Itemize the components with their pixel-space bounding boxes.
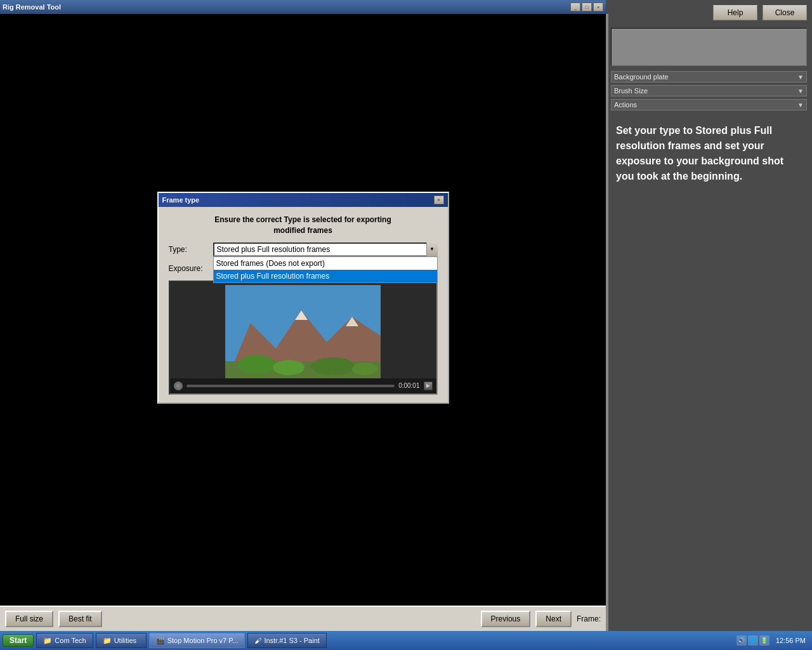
- previous-button[interactable]: Previous: [481, 611, 531, 627]
- tray-icon-3[interactable]: 🔋: [759, 635, 769, 646]
- taskbar-item-paint-label: Instr.#1 S3 - Paint: [264, 637, 319, 644]
- exposure-label: Exposure:: [169, 264, 213, 273]
- video-preview: 0:00:01 ▶: [169, 281, 438, 395]
- actions-control[interactable]: Actions ▼: [611, 99, 807, 110]
- close-panel-button[interactable]: Close: [763, 5, 807, 20]
- app-title: Rig Removal Tool: [3, 3, 61, 11]
- maximize-btn[interactable]: □: [582, 3, 592, 11]
- instruction-text: Set your type to Stored plus Full resolu…: [606, 113, 812, 631]
- dialog-title-bar: Frame type ×: [159, 193, 448, 207]
- taskbar-icon-stopmotion: 🎬: [156, 637, 165, 645]
- title-bar: Rig Removal Tool _ □ ×: [0, 0, 606, 14]
- minimize-btn[interactable]: _: [570, 3, 580, 11]
- frame-label: Frame:: [577, 614, 601, 623]
- title-controls: _ □ ×: [570, 3, 603, 11]
- right-panel: Help Close Background plate ▼ Brush Size…: [606, 0, 812, 631]
- type-option-1[interactable]: Stored frames (Does not export): [214, 257, 437, 270]
- dialog-close-icon[interactable]: ×: [434, 196, 444, 204]
- frame-type-dialog: Frame type × Ensure the correct Type is …: [157, 192, 449, 404]
- dialog-message-line1: Ensure the correct Type is selected for …: [169, 215, 438, 225]
- full-size-button[interactable]: Full size: [5, 611, 53, 627]
- right-panel-buttons: Help Close: [606, 0, 812, 25]
- svg-point-8: [352, 362, 377, 375]
- actions-arrow: ▼: [797, 102, 804, 109]
- type-label: Type:: [169, 245, 213, 254]
- svg-point-5: [238, 355, 276, 374]
- background-plate-arrow: ▼: [797, 74, 804, 81]
- taskbar-item-stopmotion[interactable]: 🎬 Stop Motion Pro v7 P...: [149, 633, 246, 648]
- svg-point-6: [273, 360, 304, 375]
- time-display: 0:00:01: [398, 382, 419, 389]
- taskbar-item-comtech[interactable]: 📁 Com Tech: [36, 633, 93, 648]
- brush-size-label: Brush Size: [614, 87, 648, 95]
- svg-point-7: [311, 357, 355, 375]
- bottom-toolbar: Full size Best fit Previous Next Frame:: [0, 606, 606, 631]
- actions-label: Actions: [614, 101, 637, 109]
- taskbar: Start 📁 Com Tech 📁 Utilities 🎬 Stop Moti…: [0, 631, 812, 650]
- taskbar-icon-utilities: 📁: [103, 637, 112, 645]
- taskbar-icon-paint: 🖌: [254, 637, 261, 644]
- dialog-message: Ensure the correct Type is selected for …: [169, 215, 438, 236]
- dialog-body: Ensure the correct Type is selected for …: [159, 207, 448, 402]
- tray-icons: 🔊 🌐 🔋: [737, 635, 769, 646]
- advance-button[interactable]: ▶: [424, 381, 433, 390]
- taskbar-item-comtech-label: Com Tech: [55, 637, 86, 644]
- brush-size-control[interactable]: Brush Size ▼: [611, 85, 807, 96]
- video-inner: [225, 285, 381, 383]
- taskbar-item-utilities-label: Utilities: [114, 637, 136, 644]
- close-btn[interactable]: ×: [593, 3, 603, 11]
- taskbar-item-stopmotion-label: Stop Motion Pro v7 P...: [167, 637, 239, 644]
- type-selected-text: Stored plus Full resolution frames: [217, 245, 331, 254]
- start-label: Start: [10, 636, 27, 645]
- background-plate-label: Background plate: [614, 73, 669, 81]
- background-plate-control[interactable]: Background plate ▼: [611, 71, 807, 83]
- dialog-message-line2: modified frames: [169, 225, 438, 236]
- dialog-overlay: Frame type × Ensure the correct Type is …: [0, 14, 606, 606]
- type-dropdown-list: Stored frames (Does not export) Stored p…: [213, 256, 438, 283]
- type-selected-value[interactable]: Stored plus Full resolution frames: [213, 242, 438, 256]
- video-thumbnail: [225, 285, 381, 383]
- dialog-form: OK Type: Stored plus Full resolution fra…: [169, 242, 438, 395]
- help-button[interactable]: Help: [713, 5, 757, 20]
- tray-icon-1[interactable]: 🔊: [737, 635, 747, 646]
- panel-preview: [611, 28, 807, 66]
- taskbar-item-utilities[interactable]: 📁 Utilities: [96, 633, 147, 648]
- type-row: Type: Stored plus Full resolution frames…: [169, 242, 438, 256]
- type-dropdown-arrow[interactable]: ▼: [426, 242, 438, 256]
- tray-icon-2[interactable]: 🌐: [748, 635, 758, 646]
- dialog-title: Frame type: [162, 196, 200, 204]
- panel-controls: Background plate ▼ Brush Size ▼ Actions …: [606, 69, 812, 113]
- video-controls: 0:00:01 ▶: [170, 378, 436, 394]
- start-button[interactable]: Start: [3, 634, 34, 647]
- system-clock: 12:56 PM: [772, 637, 809, 644]
- vertical-splitter[interactable]: [606, 14, 608, 631]
- next-button[interactable]: Next: [535, 611, 572, 627]
- type-option-2[interactable]: Stored plus Full resolution frames: [214, 270, 437, 282]
- system-tray: 🔊 🌐 🔋 12:56 PM: [737, 635, 809, 646]
- taskbar-item-paint[interactable]: 🖌 Instr.#1 S3 - Paint: [247, 633, 326, 648]
- play-button[interactable]: [174, 381, 183, 390]
- taskbar-icon-folder: 📁: [43, 637, 52, 645]
- progress-bar[interactable]: [187, 385, 395, 387]
- type-dropdown[interactable]: Stored plus Full resolution frames ▼ Sto…: [213, 242, 438, 256]
- best-fit-button[interactable]: Best fit: [58, 611, 102, 627]
- brush-size-arrow: ▼: [797, 88, 804, 95]
